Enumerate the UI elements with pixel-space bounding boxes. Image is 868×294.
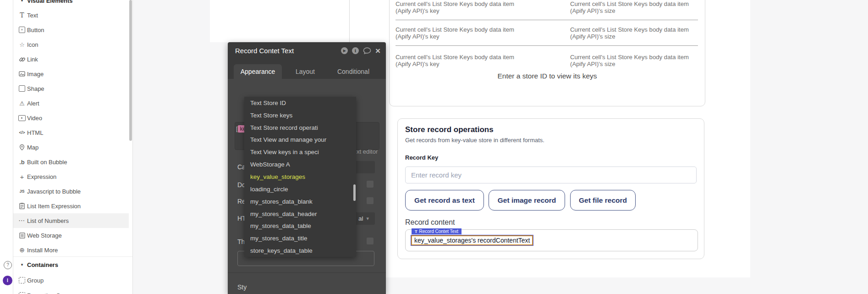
- palette-item-group[interactable]: Group: [13, 273, 129, 288]
- clipboard-icon: [18, 199, 26, 213]
- selected-element-chip: TRecord Contet Text: [412, 228, 461, 234]
- palette-item-shape[interactable]: Shape: [13, 81, 129, 96]
- cell-key-text[interactable]: Current cell's List Store Keys body data…: [396, 0, 533, 14]
- install-plus-icon: ⊕: [18, 243, 26, 257]
- store-keys-repeating-group[interactable]: Current cell's List Store Keys body data…: [389, 0, 705, 106]
- bubble-icon: .b: [18, 155, 26, 169]
- map-pin-icon: [18, 140, 26, 155]
- record-content-label: Record content: [405, 218, 455, 227]
- section-header-containers[interactable]: ▾Containers: [13, 257, 129, 272]
- chevron-down-icon: ▾: [366, 216, 369, 222]
- re-checkbox[interactable]: [367, 197, 374, 204]
- palette-item-text[interactable]: TText: [13, 8, 129, 22]
- info-icon[interactable]: i: [352, 47, 359, 54]
- intercom-badge[interactable]: I: [3, 276, 12, 285]
- autocomplete-option[interactable]: store_keys_data_table: [244, 244, 356, 257]
- autocomplete-option[interactable]: Text Store record operati: [244, 122, 356, 134]
- palette-item-web-storage[interactable]: Web Storage: [13, 228, 129, 243]
- cell-key-text[interactable]: Current cell's List Store Keys body data…: [396, 26, 533, 40]
- plus-icon: +: [18, 169, 26, 184]
- property-editor-titlebar[interactable]: Record Contet Text ▶ i ×: [228, 42, 386, 59]
- expression-bracket: [: [236, 126, 237, 132]
- palette-item-install-more[interactable]: ⊕Install More: [13, 243, 129, 257]
- palette-item-repeating-group[interactable]: Repeating Group: [13, 288, 129, 294]
- palette-item-list-of-numbers[interactable]: ···List of Numbers: [13, 213, 129, 228]
- shape-icon: [18, 81, 26, 96]
- palette-item-video[interactable]: ▸Video: [13, 111, 129, 125]
- autocomplete-option[interactable]: my_stores_data_header: [244, 208, 356, 220]
- tab-appearance[interactable]: Appearance: [234, 64, 282, 79]
- app-rail: ? I: [0, 0, 13, 294]
- palette-item-icon[interactable]: ☆Icon: [13, 37, 129, 52]
- cell-size-text[interactable]: Current cell's List Store Keys body data…: [570, 54, 708, 67]
- autocomplete-option[interactable]: Text View and manage your: [244, 134, 356, 146]
- autocomplete-option-highlighted[interactable]: key_value_storages: [244, 171, 356, 183]
- palette-item-built-on-bubble[interactable]: .bBuilt on Bubble: [13, 155, 129, 169]
- autocomplete-option[interactable]: my_stores_data_blank: [244, 195, 356, 208]
- cell-key-text[interactable]: Current cell's List Store Keys body data…: [396, 54, 533, 67]
- empty-state-message[interactable]: Enter a store ID to view its keys: [390, 72, 705, 80]
- th-checkbox[interactable]: [367, 238, 374, 244]
- tab-conditional[interactable]: Conditional: [330, 64, 376, 79]
- js-icon: JS: [18, 184, 26, 199]
- row-divider: [396, 45, 698, 46]
- style-label-fragment: Sty: [237, 283, 247, 291]
- autocomplete-option[interactable]: loading_circle: [244, 183, 356, 195]
- element-palette: ▾Visual Elements TText +Button ☆Icon Lin…: [13, 0, 133, 294]
- selected-text-element[interactable]: key_value_storages's recordContentText: [411, 235, 533, 245]
- record-key-input[interactable]: [405, 166, 697, 183]
- palette-item-list-item-expression[interactable]: List Item Expression: [13, 199, 129, 213]
- palette-item-map[interactable]: Map: [13, 140, 129, 155]
- palette-item-button[interactable]: +Button: [13, 22, 129, 37]
- element-title: Record Contet Text: [235, 42, 294, 59]
- video-icon: ▸: [18, 111, 26, 125]
- palette-item-javascript-to-bubble[interactable]: JSJavascript to Bubble: [13, 184, 129, 199]
- text-icon: T: [18, 8, 26, 22]
- palette-item-html[interactable]: </>HTML: [13, 125, 129, 140]
- panel-divider: [228, 272, 386, 273]
- property-editor-tabs: Appearance Layout Conditional: [228, 59, 386, 79]
- run-icon[interactable]: ▶: [341, 47, 348, 54]
- autocomplete-option[interactable]: Text Store keys: [244, 109, 356, 122]
- autocomplete-option[interactable]: my_stores_data_title: [244, 232, 356, 244]
- th-label-fragment: Th: [237, 238, 245, 245]
- image-icon: [18, 67, 26, 81]
- close-icon[interactable]: ×: [375, 47, 380, 54]
- dropdown-scrollbar[interactable]: [353, 184, 356, 201]
- get-file-record-button[interactable]: Get file record: [570, 190, 636, 211]
- palette-item-image[interactable]: Image: [13, 67, 129, 81]
- autocomplete-option[interactable]: Text Store ID: [244, 97, 356, 109]
- help-icon[interactable]: ?: [4, 261, 12, 269]
- cell-size-text[interactable]: Current cell's List Store Keys body data…: [570, 26, 708, 40]
- palette-divider: [13, 256, 132, 257]
- alert-icon: ⚠: [18, 96, 26, 111]
- link-icon: [18, 52, 26, 67]
- record-key-label: Record Key: [405, 154, 438, 161]
- palette-item-alert[interactable]: ⚠Alert: [13, 96, 129, 111]
- do-checkbox[interactable]: [367, 181, 374, 188]
- get-record-as-text-button[interactable]: Get record as text: [405, 190, 484, 211]
- autocomplete-option[interactable]: WebStorage A: [244, 158, 356, 171]
- section-subtitle: Get records from key-value store in diff…: [405, 137, 544, 144]
- repeating-group-icon: [18, 288, 26, 294]
- code-icon: </>: [18, 125, 26, 140]
- autocomplete-option[interactable]: Text View keys in a speci: [244, 146, 356, 158]
- cell-size-text[interactable]: Current cell's List Store Keys body data…: [570, 0, 708, 14]
- chevron-down-icon: ▾: [18, 257, 26, 272]
- store-record-operations-group[interactable]: Store record operations Get records from…: [397, 118, 704, 259]
- rich-text-editor-link-fragment[interactable]: xt editor: [357, 148, 378, 155]
- button-icon: +: [18, 22, 26, 37]
- bubble-editor: Current cell's List Store Keys body data…: [0, 0, 868, 294]
- section-header-visual-elements[interactable]: ▾Visual Elements: [13, 0, 129, 8]
- star-icon: ☆: [18, 37, 26, 52]
- autocomplete-option[interactable]: my_stores_data_table: [244, 220, 356, 232]
- tab-layout[interactable]: Layout: [282, 64, 328, 79]
- group-icon: [18, 273, 26, 288]
- canvas-element-boundary: [210, 0, 350, 42]
- comment-icon[interactable]: [363, 47, 371, 54]
- palette-item-link[interactable]: Link: [13, 52, 129, 67]
- ellipsis-icon: ···: [18, 213, 26, 228]
- get-image-record-button[interactable]: Get image record: [489, 190, 565, 211]
- palette-item-expression[interactable]: +Expression: [13, 169, 129, 184]
- palette-scrollbar[interactable]: [129, 0, 132, 141]
